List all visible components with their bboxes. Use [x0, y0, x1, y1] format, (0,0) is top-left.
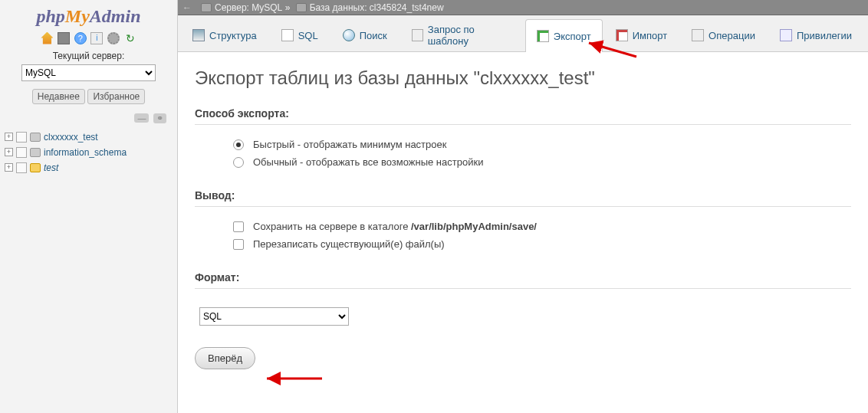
tab-structure[interactable]: Структура: [181, 18, 268, 51]
operations-icon: [692, 29, 704, 41]
tab-label: Экспорт: [554, 31, 591, 42]
checkbox-overwrite[interactable]: [233, 239, 244, 250]
sidebar-toolbar: ? i ↻: [0, 30, 177, 49]
back-icon[interactable]: ←: [182, 2, 192, 13]
export-icon: [537, 30, 549, 42]
tree-collapse-row: — ⚭: [0, 109, 177, 126]
format-select[interactable]: SQL: [199, 307, 349, 326]
tab-privileges[interactable]: Привилегии: [768, 18, 863, 51]
link-icon[interactable]: [16, 162, 27, 173]
breadcrumb-sep: »: [285, 2, 291, 13]
favorites-button[interactable]: Избранное: [87, 89, 145, 104]
save-label-prefix: Сохранить на сервере в каталоге: [253, 221, 411, 232]
db-name: clxxxxxx_test: [44, 132, 98, 143]
breadcrumb-server-name[interactable]: MySQL: [252, 2, 282, 13]
link-icon[interactable]: ⚭: [153, 113, 166, 123]
structure-icon: [192, 29, 205, 41]
settings-icon[interactable]: [107, 32, 120, 44]
sidebar: phpMyAdmin ? i ↻ Текущий сервер: MySQL Н…: [0, 0, 178, 413]
privileges-icon: [780, 29, 792, 41]
expand-icon[interactable]: +: [5, 133, 13, 141]
radio-quick[interactable]: [233, 139, 244, 150]
logo-part-my: My: [65, 6, 90, 26]
sql-icon: [281, 29, 294, 41]
output-options: Сохранить на сервере в каталоге /var/lib…: [233, 218, 851, 253]
home-icon[interactable]: [41, 32, 53, 44]
collapse-icon[interactable]: —: [134, 113, 149, 123]
database-icon: [30, 148, 41, 157]
help-icon[interactable]: ?: [74, 32, 87, 44]
db-name: information_schema: [44, 147, 127, 158]
database-icon: [30, 133, 41, 142]
method-custom-label: Обычный - отображать все возможные настр…: [253, 156, 483, 168]
database-icon: [30, 163, 41, 172]
db-tree-item[interactable]: +clxxxxxx_test: [5, 129, 173, 145]
breadcrumb-server-prefix[interactable]: Сервер:: [215, 2, 249, 13]
save-label: Сохранить на сервере в каталоге /var/lib…: [253, 221, 537, 232]
export-method-options: Быстрый - отображать минимум настроек Об…: [233, 136, 851, 171]
output-title: Вывод:: [195, 189, 851, 207]
recent-button[interactable]: Недавнее: [32, 89, 85, 104]
method-custom-row[interactable]: Обычный - отображать все возможные настр…: [233, 153, 851, 171]
tab-label: Запрос по шаблону: [428, 24, 512, 47]
tab-search[interactable]: Поиск: [331, 18, 399, 51]
docs-icon[interactable]: i: [90, 32, 103, 44]
page-title: Экспорт таблиц из базы данных "clxxxxxx_…: [195, 67, 851, 89]
search-icon: [343, 29, 355, 41]
recent-favorites: Недавнее Избранное: [0, 87, 177, 109]
db-tree-item[interactable]: +test: [5, 160, 173, 175]
method-quick-label: Быстрый - отображать минимум настроек: [253, 139, 446, 150]
breadcrumb: ← Сервер: MySQL » База данных: cl345824_…: [178, 0, 868, 15]
tabs: СтруктураSQLПоискЗапрос по шаблонуЭкспор…: [178, 15, 868, 52]
checkbox-save-on-server[interactable]: [233, 221, 244, 232]
link-icon[interactable]: [16, 147, 27, 158]
save-path: /var/lib/phpMyAdmin/save/: [411, 221, 537, 232]
server-select[interactable]: MySQL: [21, 64, 156, 81]
expand-icon[interactable]: +: [5, 163, 13, 172]
tab-label: Импорт: [633, 30, 667, 41]
database-icon: [296, 3, 307, 12]
link-icon[interactable]: [16, 132, 27, 143]
breadcrumb-db-prefix[interactable]: База данных:: [310, 2, 367, 13]
tab-label: Структура: [209, 30, 257, 41]
logout-icon[interactable]: [58, 32, 70, 44]
logo-part-admin: Admin: [90, 6, 141, 26]
tab-label: Поиск: [360, 30, 387, 41]
go-button[interactable]: Вперёд: [195, 347, 255, 369]
content: Экспорт таблиц из базы данных "clxxxxxx_…: [178, 52, 868, 413]
current-server-label: Текущий сервер:: [0, 49, 177, 64]
overwrite-row[interactable]: Перезаписать существующий(е) файл(ы): [233, 235, 851, 253]
query-icon: [412, 29, 423, 41]
breadcrumb-db-name[interactable]: cl345824_tst4new: [370, 2, 444, 13]
tab-sql[interactable]: SQL: [270, 18, 330, 51]
save-on-server-row[interactable]: Сохранить на сервере в каталоге /var/lib…: [233, 218, 851, 235]
db-tree-item[interactable]: +information_schema: [5, 145, 173, 160]
tab-label: Операции: [709, 30, 755, 41]
expand-icon[interactable]: +: [5, 148, 13, 156]
db-name: test: [44, 162, 58, 173]
main: ← Сервер: MySQL » База данных: cl345824_…: [178, 0, 868, 413]
database-tree: +clxxxxxx_test+information_schema+test: [0, 126, 177, 179]
radio-custom[interactable]: [233, 157, 244, 168]
export-method-title: Способ экспорта:: [195, 107, 851, 125]
tab-query[interactable]: Запрос по шаблону: [400, 18, 524, 51]
overwrite-label: Перезаписать существующий(е) файл(ы): [253, 238, 445, 250]
reload-icon[interactable]: ↻: [124, 32, 136, 44]
tab-operations[interactable]: Операции: [680, 18, 767, 51]
server-icon: [201, 3, 212, 12]
format-title: Формат:: [195, 271, 851, 289]
logo-part-php: php: [36, 6, 64, 26]
tab-import[interactable]: Импорт: [604, 18, 679, 51]
annotation-arrow-go-button: [262, 371, 324, 386]
tab-export[interactable]: Экспорт: [525, 19, 603, 52]
method-quick-row[interactable]: Быстрый - отображать минимум настроек: [233, 136, 851, 153]
logo[interactable]: phpMyAdmin: [0, 5, 177, 30]
import-icon: [616, 29, 628, 41]
tab-label: SQL: [298, 30, 318, 41]
tab-label: Привилегии: [797, 30, 852, 41]
